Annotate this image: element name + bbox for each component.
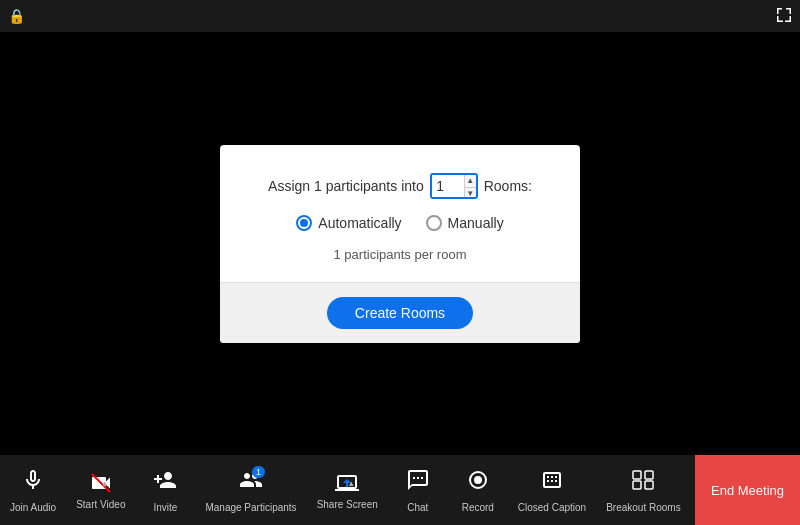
- security-icon: 🔒: [8, 8, 25, 24]
- manual-radio[interactable]: [426, 215, 442, 231]
- join-audio-label: Join Audio: [10, 502, 56, 513]
- audio-icon: [21, 468, 45, 498]
- closed-caption-icon: [540, 468, 564, 498]
- share-screen-label: Share Screen: [317, 499, 378, 510]
- share-screen-icon: ▲: [335, 471, 359, 495]
- toolbar-item-chat[interactable]: Chat: [388, 455, 448, 525]
- share-arrow: ▲: [347, 478, 355, 487]
- toolbar-left: Join Audio ▲ Start Video Invite: [0, 455, 695, 525]
- assignment-mode-row: Automatically Manually: [296, 215, 503, 231]
- toolbar-item-share-screen[interactable]: ▲ Share Screen: [307, 455, 388, 525]
- assign-text: Assign 1 participants into: [268, 178, 424, 194]
- svg-rect-4: [645, 471, 653, 479]
- create-rooms-button[interactable]: Create Rooms: [327, 297, 473, 329]
- toolbar-item-record[interactable]: Record: [448, 455, 508, 525]
- toolbar-item-start-video[interactable]: ▲ Start Video: [66, 455, 135, 525]
- manage-participants-label: Manage Participants: [205, 502, 296, 513]
- video-icon: ▲: [89, 471, 113, 495]
- rooms-text: Rooms:: [484, 178, 532, 194]
- breakout-rooms-dialog: Assign 1 participants into ▲ ▼ Rooms:: [220, 145, 580, 343]
- dialog-footer: Create Rooms: [220, 282, 580, 343]
- toolbar: Join Audio ▲ Start Video Invite: [0, 455, 800, 525]
- toolbar-item-manage-participants[interactable]: 1 Manage Participants: [195, 455, 306, 525]
- svg-point-2: [474, 476, 482, 484]
- participants-badge: 1: [252, 466, 265, 478]
- record-icon: [466, 468, 490, 498]
- manual-label: Manually: [448, 215, 504, 231]
- toolbar-item-breakout-rooms[interactable]: Breakout Rooms: [596, 455, 690, 525]
- toolbar-item-closed-caption[interactable]: Closed Caption: [508, 455, 596, 525]
- closed-caption-label: Closed Caption: [518, 502, 586, 513]
- rooms-increment-btn[interactable]: ▲: [465, 175, 476, 189]
- per-room-text: 1 participants per room: [334, 247, 467, 262]
- invite-icon: [153, 468, 177, 498]
- breakout-icon: [631, 468, 655, 498]
- assign-row: Assign 1 participants into ▲ ▼ Rooms:: [268, 173, 532, 199]
- auto-label: Automatically: [318, 215, 401, 231]
- video-arrow: ▲: [101, 478, 109, 487]
- chat-label: Chat: [407, 502, 428, 513]
- auto-radio[interactable]: [296, 215, 312, 231]
- start-video-label: Start Video: [76, 499, 125, 510]
- svg-rect-5: [633, 481, 641, 489]
- rooms-decrement-btn[interactable]: ▼: [465, 188, 476, 199]
- participants-icon: 1: [239, 468, 263, 498]
- auto-option[interactable]: Automatically: [296, 215, 401, 231]
- toolbar-item-invite[interactable]: Invite: [135, 455, 195, 525]
- record-label: Record: [462, 502, 494, 513]
- main-content: Assign 1 participants into ▲ ▼ Rooms:: [0, 32, 800, 455]
- chat-icon: [406, 468, 430, 498]
- invite-label: Invite: [154, 502, 178, 513]
- top-bar: 🔒: [0, 0, 800, 32]
- end-meeting-button[interactable]: End Meeting: [695, 455, 800, 525]
- toolbar-item-join-audio[interactable]: Join Audio: [0, 455, 66, 525]
- manual-option[interactable]: Manually: [426, 215, 504, 231]
- fullscreen-button[interactable]: [776, 7, 792, 26]
- svg-rect-6: [645, 481, 653, 489]
- rooms-input-container[interactable]: ▲ ▼: [430, 173, 478, 199]
- breakout-rooms-label: Breakout Rooms: [606, 502, 680, 513]
- rooms-count-input[interactable]: [432, 175, 464, 197]
- svg-rect-3: [633, 471, 641, 479]
